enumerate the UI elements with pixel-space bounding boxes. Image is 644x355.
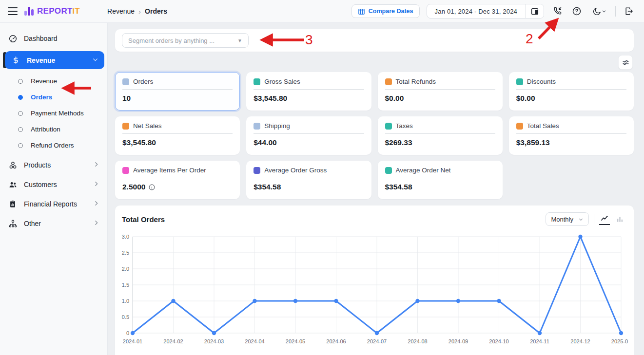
- metric-label: Total Sales: [527, 122, 559, 130]
- sidebar-item-other[interactable]: Other: [0, 214, 107, 233]
- help-button[interactable]: [570, 5, 583, 18]
- line-chart-icon: [600, 214, 609, 223]
- sidebar-subitem-label: Attribution: [31, 126, 60, 133]
- metrics-settings-button[interactable]: [618, 55, 633, 70]
- sidebar-subitem-attribution[interactable]: Attribution: [0, 121, 107, 137]
- metric-swatch-icon: [122, 167, 129, 174]
- interval-caret-icon: [578, 217, 584, 222]
- help-icon: [572, 6, 582, 16]
- interval-select[interactable]: Monthly: [546, 212, 589, 226]
- logout-icon: [624, 6, 634, 16]
- metric-value: $3,545.80: [122, 138, 233, 147]
- metric-card-orders[interactable]: Orders10: [115, 72, 240, 111]
- dollar-icon: [11, 56, 20, 64]
- metric-label: Taxes: [396, 122, 413, 130]
- sidebar-subitem-refund-orders[interactable]: Refund Orders: [0, 137, 107, 153]
- metric-label: Discounts: [527, 78, 556, 85]
- support-call-button[interactable]: [551, 5, 564, 18]
- interval-value: Monthly: [551, 216, 573, 223]
- app-logo[interactable]: REPORTiT: [24, 6, 80, 16]
- segment-input[interactable]: Segment orders by anything ... ▼: [122, 33, 249, 48]
- sidebar-subitem-label: Refund Orders: [31, 142, 74, 149]
- metric-value: $0.00: [385, 94, 495, 103]
- metric-swatch-icon: [516, 78, 523, 85]
- line-chart-toggle[interactable]: [599, 213, 610, 225]
- metric-swatch-icon: [254, 167, 260, 174]
- sidebar-item-label: Revenue: [27, 56, 55, 64]
- metric-value: $269.33: [385, 138, 495, 147]
- annotation-number-2: 2: [526, 32, 533, 46]
- sidebar-item-customers[interactable]: Customers: [0, 175, 107, 194]
- sidebar-subitem-payment-methods[interactable]: Payment Methods: [0, 105, 107, 121]
- svg-text:2024-07: 2024-07: [367, 338, 387, 344]
- sidebar-item-revenue[interactable]: Revenue: [5, 51, 104, 69]
- sidebar-item-financial-reports[interactable]: Financial Reports: [0, 194, 107, 214]
- bar-chart-icon: [615, 215, 624, 224]
- gauge-icon: [8, 34, 18, 43]
- breadcrumb-orders: Orders: [145, 7, 167, 15]
- breadcrumb-separator-icon: ›: [138, 7, 141, 16]
- svg-text:2024-05: 2024-05: [286, 338, 305, 344]
- svg-text:2024-04: 2024-04: [245, 338, 264, 344]
- calendar-icon: [530, 7, 539, 16]
- sidebar-item-dashboard[interactable]: Dashboard: [0, 29, 107, 48]
- active-bullet-icon: [18, 95, 23, 100]
- chevron-right-icon: [93, 181, 99, 188]
- metric-card-taxes[interactable]: Taxes$269.33: [378, 116, 503, 155]
- svg-text:0: 0: [126, 330, 129, 336]
- metric-value: 2.5000: [122, 183, 233, 191]
- svg-text:0.5: 0.5: [122, 314, 129, 320]
- sidebar-subitem-label: Orders: [31, 93, 52, 101]
- hamburger-menu-icon[interactable]: [8, 7, 18, 15]
- moon-icon: [592, 7, 602, 16]
- sidebar-item-label: Customers: [24, 181, 57, 188]
- date-range-value[interactable]: Jan 01, 2024 - Dec 31, 2024: [427, 8, 525, 15]
- products-icon: [8, 160, 18, 170]
- metric-swatch-icon: [122, 123, 129, 130]
- metric-label: Average Items Per Order: [133, 167, 206, 174]
- metric-card-average-items-per-order[interactable]: Average Items Per Order2.5000: [115, 161, 240, 199]
- annotation-number-3: 3: [305, 33, 313, 47]
- metric-card-gross-sales[interactable]: Gross Sales$3,545.80: [246, 72, 371, 111]
- svg-text:2024-08: 2024-08: [408, 338, 427, 344]
- svg-text:2024-11: 2024-11: [530, 338, 549, 344]
- date-picker-button[interactable]: [525, 4, 544, 19]
- metric-card-shipping[interactable]: Shipping$44.00: [246, 116, 371, 155]
- metric-card-average-order-net[interactable]: Average Order Net$354.58: [378, 161, 503, 199]
- sidebar-subitem-revenue[interactable]: Revenue: [0, 73, 107, 89]
- metric-value: $354.58: [254, 183, 364, 191]
- metric-card-total-sales[interactable]: Total Sales$3,859.13: [509, 116, 634, 155]
- compare-dates-button[interactable]: Compare Dates: [351, 4, 420, 18]
- metric-cards-grid: Orders10Gross Sales$3,545.80Total Refund…: [115, 72, 634, 199]
- top-header: REPORTiT Revenue › Orders Compare Dates …: [0, 0, 644, 23]
- metric-divider: [385, 178, 495, 178]
- reports-icon: [8, 199, 18, 209]
- svg-text:2.5: 2.5: [122, 250, 129, 256]
- metric-divider: [122, 133, 233, 134]
- phone-incoming-icon: [552, 6, 562, 16]
- metric-value: $3,859.13: [516, 138, 626, 147]
- metric-divider: [122, 178, 233, 178]
- svg-text:2024-12: 2024-12: [570, 338, 590, 344]
- logout-button[interactable]: [623, 5, 635, 18]
- metric-card-net-sales[interactable]: Net Sales$3,545.80: [115, 116, 240, 155]
- logo-bars-icon: [24, 7, 34, 16]
- chart-title: Total Orders: [122, 215, 165, 224]
- bar-chart-toggle[interactable]: [615, 214, 625, 224]
- metric-card-discounts[interactable]: Discounts$0.00: [509, 72, 634, 111]
- info-icon[interactable]: [148, 184, 156, 191]
- brand-name: REPORTiT: [37, 6, 80, 16]
- breadcrumb-revenue[interactable]: Revenue: [107, 7, 135, 15]
- sidebar-subitem-label: Payment Methods: [31, 110, 84, 117]
- metric-value: $44.00: [254, 138, 364, 147]
- sitemap-icon: [8, 219, 18, 228]
- date-range-control[interactable]: Jan 01, 2024 - Dec 31, 2024: [427, 4, 544, 19]
- metric-card-total-refunds[interactable]: Total Refunds$0.00: [378, 72, 503, 111]
- metric-divider: [254, 133, 364, 134]
- sidebar-subitem-orders[interactable]: Orders: [0, 89, 107, 105]
- theme-toggle-button[interactable]: [590, 5, 608, 18]
- sidebar-item-products[interactable]: Products: [0, 155, 107, 175]
- chevron-right-icon: [93, 200, 99, 208]
- metric-card-average-order-gross[interactable]: Average Order Gross$354.58: [246, 161, 371, 199]
- metric-swatch-icon: [385, 167, 392, 174]
